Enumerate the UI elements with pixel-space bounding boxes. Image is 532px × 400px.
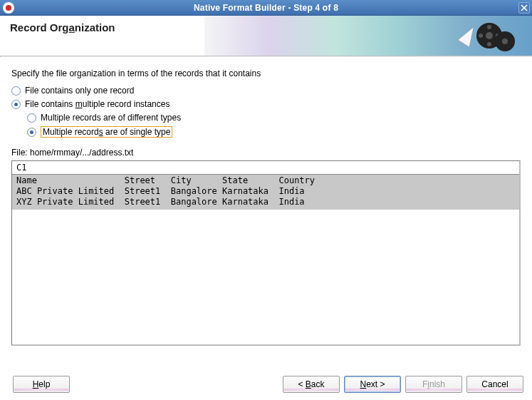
radio-one-record[interactable]: File contains only one record [11, 86, 521, 96]
title-bar: Native Format Builder - Step 4 of 8 [0, 0, 532, 16]
radio-label: Multiple records are of different types [41, 113, 181, 123]
radio-different-types[interactable]: Multiple records are of different types [27, 113, 521, 123]
header-banner [204, 16, 532, 56]
radio-label: File contains multiple record instances [25, 99, 169, 109]
radio-icon [11, 100, 21, 109]
close-icon [521, 4, 528, 11]
window-title: Native Format Builder - Step 4 of 8 [194, 3, 338, 13]
svg-point-5 [487, 42, 491, 46]
radio-label: Multiple records are of single type [41, 126, 172, 138]
radio-label: File contains only one record [25, 86, 134, 96]
help-button[interactable]: Help [13, 376, 70, 393]
close-button[interactable] [518, 2, 530, 14]
instruction-text: Specify the file organization in terms o… [11, 68, 521, 78]
file-path-label: File: home/rmmay/.../address.txt [11, 148, 521, 158]
back-button[interactable]: < Back [283, 376, 340, 393]
svg-point-6 [479, 34, 483, 38]
radio-icon [11, 86, 21, 96]
svg-marker-10 [458, 27, 474, 47]
preview-body[interactable]: Name Street City State Country ABC Priva… [12, 175, 519, 210]
cancel-button[interactable]: Cancel [466, 376, 523, 393]
radio-icon [27, 113, 36, 123]
svg-point-3 [486, 32, 493, 39]
preview-column-header: C1 [12, 161, 519, 175]
svg-point-4 [487, 25, 491, 29]
film-reel-icon [452, 20, 516, 56]
radio-multiple-records[interactable]: File contains multiple record instances [11, 99, 521, 109]
svg-point-9 [502, 39, 508, 44]
file-preview: C1 Name Street City State Country ABC Pr… [11, 160, 521, 346]
finish-button: Finish [405, 376, 462, 393]
content-area: Specify the file organization in terms o… [0, 57, 532, 346]
next-button[interactable]: Next > [344, 376, 401, 393]
app-icon [3, 2, 14, 14]
page-header: Record Organization [0, 16, 532, 56]
radio-icon [27, 128, 36, 137]
radio-single-type[interactable]: Multiple records are of single type [27, 126, 521, 138]
wizard-footer: Help < Back Next > Finish Cancel [0, 376, 532, 393]
